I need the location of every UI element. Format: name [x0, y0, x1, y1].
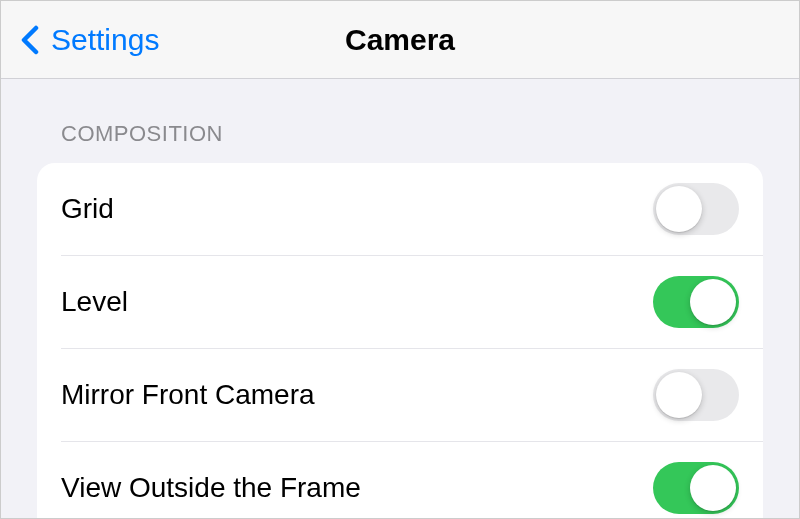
toggle-knob [690, 279, 736, 325]
section-header-composition: COMPOSITION [61, 121, 763, 147]
toggle-mirror-front-camera[interactable] [653, 369, 739, 421]
toggle-level[interactable] [653, 276, 739, 328]
settings-label: Grid [61, 193, 114, 225]
back-button[interactable]: Settings [21, 23, 159, 57]
toggle-knob [656, 186, 702, 232]
content: COMPOSITION Grid Level Mirror Front Came… [1, 121, 799, 519]
settings-group-composition: Grid Level Mirror Front Camera View Outs… [37, 163, 763, 519]
navbar: Settings Camera [1, 1, 799, 79]
chevron-left-icon [21, 25, 39, 55]
settings-label: View Outside the Frame [61, 472, 361, 504]
back-label: Settings [51, 23, 159, 57]
settings-label: Mirror Front Camera [61, 379, 315, 411]
settings-row-grid: Grid [37, 163, 763, 255]
toggle-view-outside-frame[interactable] [653, 462, 739, 514]
settings-label: Level [61, 286, 128, 318]
settings-row-mirror-front-camera: Mirror Front Camera [61, 348, 763, 441]
toggle-knob [656, 372, 702, 418]
settings-row-level: Level [61, 255, 763, 348]
settings-row-view-outside-frame: View Outside the Frame [61, 441, 763, 519]
page-title: Camera [345, 23, 455, 57]
toggle-grid[interactable] [653, 183, 739, 235]
toggle-knob [690, 465, 736, 511]
